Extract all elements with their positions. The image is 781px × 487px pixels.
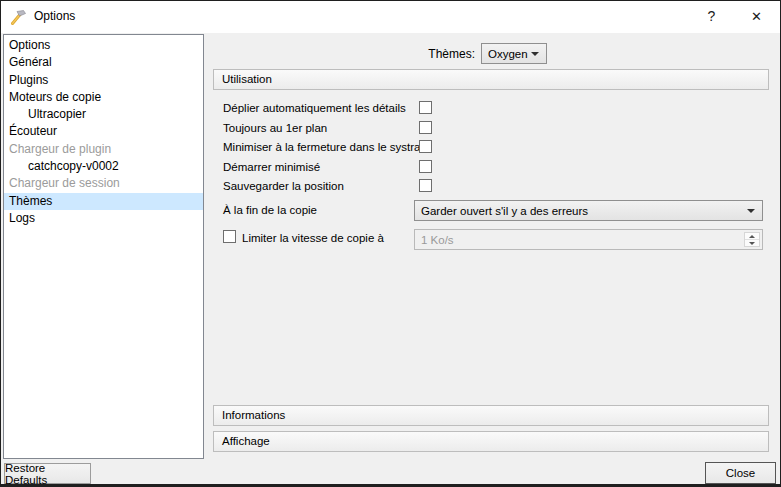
triangle-down-icon xyxy=(749,242,755,245)
options-dialog: Options ? ✕ Options Général Plugins Mote… xyxy=(0,0,781,487)
section-header-informations[interactable]: Informations xyxy=(213,405,769,426)
label-sauvegarder-position: Sauvegarder la position xyxy=(223,180,344,192)
triangle-up-icon xyxy=(749,235,755,238)
section-header-affichage[interactable]: Affichage xyxy=(213,431,769,452)
sidebar-item-logs[interactable]: Logs xyxy=(4,210,203,227)
checkbox-deplier-details[interactable] xyxy=(419,101,432,114)
sidebar-item-chargeur-de-session: Chargeur de session xyxy=(4,175,203,192)
checkbox-demarrer-minimise[interactable] xyxy=(419,160,432,173)
chevron-down-icon xyxy=(531,52,539,56)
sidebar-item-themes[interactable]: Thèmes xyxy=(4,193,203,210)
hammer-icon xyxy=(9,8,27,26)
label-limiter-vitesse: Limiter la vitesse de copie à xyxy=(242,232,384,244)
restore-defaults-button[interactable]: Restore Defaults xyxy=(4,463,91,484)
spinner-up-button[interactable] xyxy=(745,233,759,240)
theme-label: Thèmes: xyxy=(381,47,475,61)
close-button[interactable]: Close xyxy=(705,462,776,484)
spinner-buttons xyxy=(744,232,760,247)
speed-limit-value: 1 Ko/s xyxy=(421,234,454,246)
sidebar-item-moteurs-de-copie[interactable]: Moteurs de copie xyxy=(4,89,203,106)
speed-limit-spinbox[interactable]: 1 Ko/s xyxy=(414,229,763,250)
label-demarrer-minimise: Démarrer minimisé xyxy=(223,161,320,173)
sidebar-item-general[interactable]: Général xyxy=(4,54,203,71)
sidebar-item-chargeur-de-plugin: Chargeur de plugin xyxy=(4,141,203,158)
copy-end-select-value: Garder ouvert s'il y a des erreurs xyxy=(421,205,588,217)
help-button[interactable]: ? xyxy=(689,1,734,31)
sidebar-item-ultracopier[interactable]: Ultracopier xyxy=(4,106,203,123)
checkbox-sauvegarder-position[interactable] xyxy=(419,179,432,192)
sidebar-item-plugins[interactable]: Plugins xyxy=(4,72,203,89)
label-deplier-details: Déplier automatiquement les détails xyxy=(223,102,406,114)
label-fin-de-copie: À la fin de la copie xyxy=(223,204,317,216)
spinner-down-button[interactable] xyxy=(745,240,759,246)
sidebar-item-ecouteur[interactable]: Écouteur xyxy=(4,123,203,140)
options-nav-list: Options Général Plugins Moteurs de copie… xyxy=(3,34,204,459)
sidebar-item-options[interactable]: Options xyxy=(4,37,203,54)
chevron-down-icon xyxy=(747,209,755,213)
theme-select-value: Oxygen xyxy=(488,48,528,60)
label-minimiser-systray: Minimiser à la fermeture dans le systray xyxy=(223,141,426,153)
copy-end-select[interactable]: Garder ouvert s'il y a des erreurs xyxy=(414,200,763,221)
checkbox-minimiser-systray[interactable] xyxy=(419,140,432,153)
section-header-utilisation[interactable]: Utilisation xyxy=(213,69,769,90)
theme-select[interactable]: Oxygen xyxy=(481,43,547,64)
sidebar-item-catchcopy-v0002[interactable]: catchcopy-v0002 xyxy=(4,158,203,175)
close-window-button[interactable]: ✕ xyxy=(734,1,779,31)
title-bar: Options ? ✕ xyxy=(1,1,780,33)
window-title: Options xyxy=(34,9,75,23)
checkbox-toujours-1er-plan[interactable] xyxy=(419,121,432,134)
checkbox-limiter-vitesse[interactable] xyxy=(223,230,236,243)
label-toujours-1er-plan: Toujours au 1er plan xyxy=(223,122,327,134)
